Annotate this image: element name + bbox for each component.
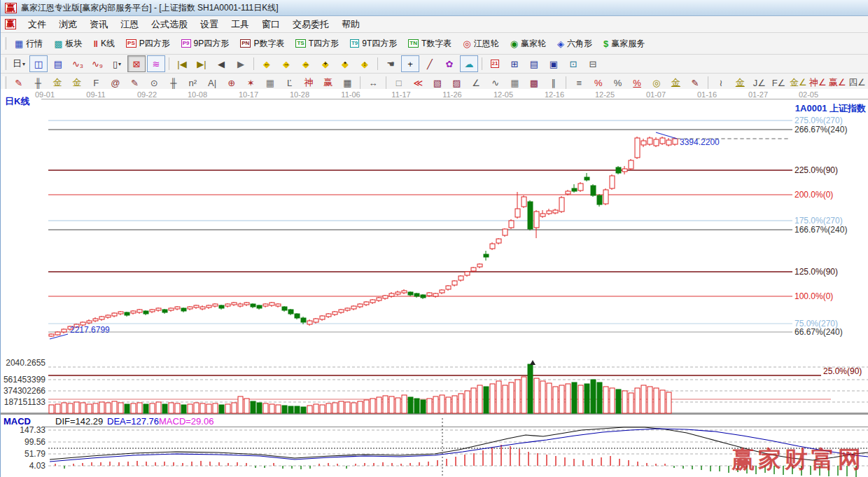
chart-area[interactable]: 日K线 1A0001 上证指数 09-0109-1109-2210-0810-1… xyxy=(1,89,868,477)
first-bar-icon: |◀ xyxy=(177,59,186,69)
save-button[interactable]: ▣ xyxy=(545,55,563,72)
comb-tool-icon: ╫ xyxy=(35,78,41,88)
p-square-button[interactable]: PSP四方形 xyxy=(120,34,176,53)
next-bar-button[interactable]: ▶ xyxy=(232,55,250,72)
level-label-1: 266.67%(240) xyxy=(794,125,847,134)
k-mark-icon: Ľ xyxy=(287,78,292,88)
angle-fan-icon: ∠ xyxy=(472,78,480,88)
menu-logo-icon: 赢 xyxy=(5,19,16,29)
diamond-right-button[interactable]: ◆→ xyxy=(277,55,295,72)
menu-item-8[interactable]: 交易委托 xyxy=(286,18,335,31)
t-square-button[interactable]: TST四方形 xyxy=(290,34,344,53)
diamond-lr-button[interactable]: ◆↔ xyxy=(297,55,315,72)
crosshair-icon: + xyxy=(407,59,413,69)
t-square-icon: TS xyxy=(295,39,305,48)
gold-circle-icon: ◎ xyxy=(652,78,660,88)
volume-peak-marker xyxy=(530,360,536,365)
toolbar-label: 9P四方形 xyxy=(194,38,230,50)
hexagon-icon: ◈ xyxy=(557,39,564,49)
gold-line-icon: 金 xyxy=(671,76,680,89)
window-title: 赢家江恩专业版[赢家内部服务平台] - [上证指数 SH1A0001-111日K… xyxy=(21,2,279,14)
pattern-overview-button[interactable]: ◫ xyxy=(29,55,48,72)
overlay-glyph: ↕ xyxy=(363,60,367,67)
segment-tool-button[interactable]: ╱ xyxy=(421,55,439,72)
quotes-button[interactable]: ▦行情 xyxy=(9,34,48,53)
info-card-button[interactable]: ▤ xyxy=(49,55,67,72)
n-square-icon: n² xyxy=(189,78,197,88)
copy-button[interactable]: ⊡ xyxy=(564,55,582,72)
overlay-glyph: ← xyxy=(264,60,270,67)
diamond-ud-button[interactable]: ◆↕ xyxy=(356,55,374,72)
last-bar-button[interactable]: ▶| xyxy=(192,55,211,72)
macd-axis-label-1: 99.56 xyxy=(1,437,46,447)
menu-item-1[interactable]: 浏览 xyxy=(52,18,83,31)
gann-flag-tool-button[interactable]: ✿ xyxy=(440,55,458,72)
angle-shen-icon: 神∠ xyxy=(809,76,827,89)
volume-axis-label-0: 2040.2655 xyxy=(1,358,46,368)
hexagon-button[interactable]: ◈六角形 xyxy=(552,34,598,53)
gann-wheel-button[interactable]: ◎江恩轮 xyxy=(457,34,504,53)
comb2-icon: ╫ xyxy=(170,78,176,88)
wave3-button[interactable]: ∿₃ xyxy=(69,55,87,72)
calculator-button[interactable]: ⊞ xyxy=(505,55,524,72)
gann-frame-button[interactable]: ⊠ xyxy=(127,55,146,72)
diamond-left-button[interactable]: ◆← xyxy=(258,55,276,72)
menu-item-7[interactable]: 窗口 xyxy=(255,18,286,31)
hand-tool-button[interactable]: ☚ xyxy=(382,55,400,72)
mind-map-icon: ☁ xyxy=(465,59,474,69)
winner-service-button[interactable]: $赢家服务 xyxy=(598,34,650,53)
gann-clock-icon: ⊙ xyxy=(150,78,158,88)
menu-item-6[interactable]: 工具 xyxy=(225,18,255,31)
prev-bar-button[interactable]: ◀ xyxy=(212,55,230,72)
print-button[interactable]: ⊟ xyxy=(584,55,602,72)
p-table-button[interactable]: PNP数字表 xyxy=(234,34,290,53)
t-table-button[interactable]: TNT数字表 xyxy=(402,34,457,53)
volume-right-label: 25.0%(90) xyxy=(823,366,862,376)
candle-style-button[interactable]: 日▾ xyxy=(10,55,28,72)
pattern-overview-icon: ◫ xyxy=(34,59,43,69)
candle-plain-button[interactable]: ▯▾ xyxy=(108,55,126,72)
copy-icon: ⊡ xyxy=(570,59,578,69)
gann-frame-icon: ⊠ xyxy=(133,59,141,69)
menu-item-5[interactable]: 设置 xyxy=(194,18,225,31)
toolbar-label: 9T四方形 xyxy=(362,38,397,50)
winner-wheel-button[interactable]: ◉赢家轮 xyxy=(505,34,552,53)
toolbar-grip xyxy=(3,76,6,89)
first-bar-button[interactable]: |◀ xyxy=(173,55,191,72)
percent-icon: % xyxy=(614,78,622,88)
menu-item-2[interactable]: 资讯 xyxy=(83,18,114,31)
zigzag-icon: ∿ xyxy=(491,78,499,88)
menu-item-0[interactable]: 文件 xyxy=(22,18,52,31)
menu-item-9[interactable]: 帮助 xyxy=(335,18,366,31)
toolbar-chart-controls: 日▾◫▤∿₃∿₉▯▾⊠≋|◀▶|◀▶◆←◆→◆↔◆+◆*◆↕☚+╱✿☁21⊞▤▣… xyxy=(1,55,868,74)
notes-button[interactable]: ▤ xyxy=(525,55,543,72)
kline-button[interactable]: ‖K线 xyxy=(88,34,120,53)
brush-tool-icon: ✎ xyxy=(131,78,139,88)
sectors-button[interactable]: ▩板块 xyxy=(48,34,88,53)
candlestick-series xyxy=(49,137,678,337)
spiral-icon: @ xyxy=(111,78,120,88)
menu-item-4[interactable]: 公式选股 xyxy=(145,18,194,31)
ninet-square-button[interactable]: T99T四方形 xyxy=(344,34,402,53)
wave3-icon: ∿₃ xyxy=(72,59,83,69)
last-bar-icon: ▶| xyxy=(197,59,206,69)
menu-item-3[interactable]: 江恩 xyxy=(114,18,145,31)
diamond-expand-button[interactable]: ◆+ xyxy=(316,55,335,72)
diamond-all-button[interactable]: ◆* xyxy=(336,55,354,72)
color-histogram-button[interactable]: ≋ xyxy=(147,55,165,72)
corner-box-icon: □ xyxy=(396,78,402,88)
ninet-square-icon: T9 xyxy=(350,39,359,48)
level-label-3: 225.0%(90) xyxy=(794,165,838,175)
mind-map-button[interactable]: ☁ xyxy=(460,55,478,72)
calendar-button[interactable]: 21 xyxy=(486,55,504,72)
toolbar-grip xyxy=(3,37,6,50)
toolbar-separator xyxy=(253,57,254,70)
level-label-4: 200.0%(0) xyxy=(794,190,833,200)
ninep-square-button[interactable]: P99P四方形 xyxy=(176,34,234,53)
level-label-8: 100.0%(0) xyxy=(794,291,833,301)
wave9-button[interactable]: ∿₉ xyxy=(88,55,106,72)
toolbar-separator xyxy=(482,57,482,70)
p-table-icon: PN xyxy=(240,39,251,48)
crosshair-button[interactable]: + xyxy=(401,55,419,72)
macd-dea-value: DEA=127.76 xyxy=(107,416,159,427)
